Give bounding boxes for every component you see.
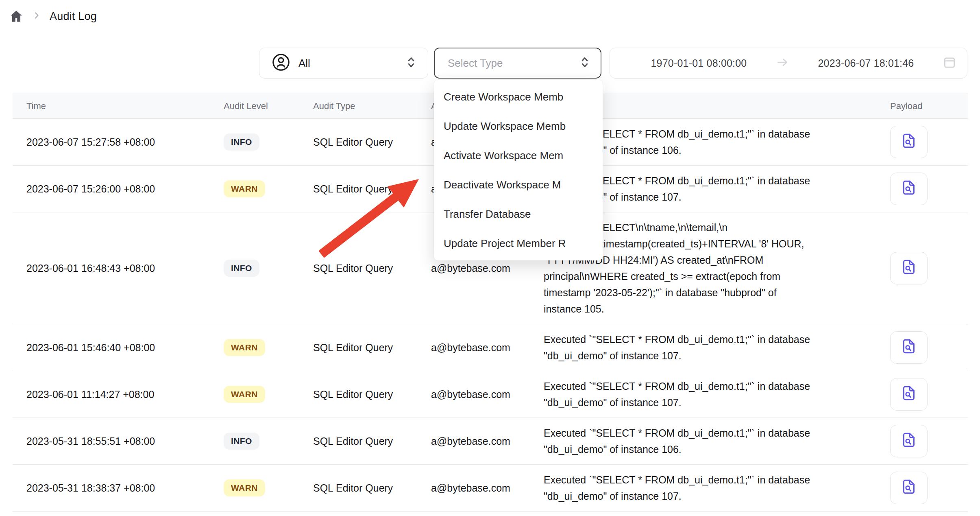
cell-time: 2023-06-01 16:48:43 +08:00 [13, 262, 224, 274]
breadcrumb: Audit Log [9, 9, 97, 24]
cell-actor: a@bytebase.com [431, 435, 544, 447]
col-header-type: Audit Type [313, 101, 431, 112]
user-circle-icon [272, 53, 290, 73]
comment-line: Executed `"SELECT * FROM db_ui_demo.t1;"… [544, 331, 861, 348]
comment-line: "db_ui_demo" of instance 107. [544, 488, 861, 504]
cell-comment: Executed `"SELECT * FROM db_ui_demo.t1;"… [544, 371, 878, 418]
cell-time: 2023-06-01 11:14:27 +08:00 [13, 389, 224, 400]
audit-level-badge: WARN [224, 180, 265, 197]
file-search-icon [900, 477, 918, 499]
cell-actor: a@bytebase.com [431, 482, 544, 494]
type-filter-placeholder: Select Type [448, 57, 503, 70]
comment-line: "db_ui_demo" of instance 107. [544, 348, 861, 364]
cell-audit-level: WARN [224, 339, 313, 356]
type-option[interactable]: Activate Workspace Mem [434, 141, 603, 170]
cell-comment: Executed `"SELECT * FROM db_ui_demo.t1;"… [544, 418, 878, 464]
cell-payload [878, 173, 968, 205]
table-row: 2023-06-01 11:14:27 +08:00WARNSQL Editor… [13, 371, 968, 418]
table-row: 2023-05-31 18:38:37 +08:00WARNSQL Editor… [13, 465, 968, 512]
cell-audit-type: SQL Editor Query [313, 183, 431, 195]
payload-button[interactable] [890, 425, 928, 457]
date-range-end[interactable]: 2023-06-07 18:01:46 [789, 57, 943, 69]
comment-line: "db_ui_demo" of instance 106. [544, 441, 861, 457]
comment-line: Executed `"SELECT * FROM db_ui_demo.t1;"… [544, 425, 861, 441]
cell-audit-type: SQL Editor Query [313, 342, 431, 354]
payload-button[interactable] [890, 252, 928, 284]
home-icon[interactable] [9, 9, 24, 24]
comment-line: instance 105. [544, 301, 861, 317]
cell-payload [878, 252, 968, 284]
col-header-payload: Payload [878, 101, 968, 112]
date-range-picker[interactable]: 1970-01-01 08:00:00 2023-06-07 18:01:46 [610, 48, 967, 79]
audit-level-badge: WARN [224, 386, 265, 403]
actor-filter-select[interactable]: All [259, 48, 428, 79]
cell-audit-level: WARN [224, 479, 313, 496]
audit-level-badge: INFO [224, 133, 259, 151]
file-search-icon [900, 431, 918, 452]
type-filter-select[interactable]: Select Type [434, 48, 601, 79]
cell-audit-level: INFO [224, 433, 313, 450]
file-search-icon [900, 178, 918, 199]
cell-audit-type: SQL Editor Query [313, 389, 431, 400]
audit-level-badge: INFO [224, 433, 259, 450]
cell-audit-type: SQL Editor Query [313, 262, 431, 274]
date-range-start[interactable]: 1970-01-01 08:00:00 [622, 57, 775, 69]
cell-audit-level: INFO [224, 260, 313, 277]
file-search-icon [900, 258, 918, 279]
type-filter-dropdown: Create Workspace MembUpdate Workspace Me… [434, 80, 603, 260]
select-arrows-icon [578, 54, 592, 72]
cell-audit-type: SQL Editor Query [313, 136, 431, 148]
cell-actor: a@bytebase.com [431, 389, 544, 400]
file-search-icon [900, 384, 918, 405]
comment-line: Executed `"SELECT * FROM db_ui_demo.t1;"… [544, 378, 861, 394]
type-option[interactable]: Deactivate Workspace M [434, 170, 603, 199]
payload-button[interactable] [890, 472, 928, 504]
cell-time: 2023-06-01 15:46:40 +08:00 [13, 342, 224, 354]
chevron-right-icon [32, 11, 41, 22]
table-row: 2023-06-01 15:46:40 +08:00WARNSQL Editor… [13, 324, 968, 371]
cell-payload [878, 126, 968, 158]
cell-time: 2023-05-31 18:55:51 +08:00 [13, 435, 224, 447]
page-title: Audit Log [50, 10, 97, 23]
actor-filter-value: All [298, 57, 310, 70]
type-option[interactable]: Create Workspace Memb [434, 82, 603, 112]
cell-time: 2023-06-07 15:27:58 +08:00 [13, 136, 224, 148]
cell-comment: Executed `"SELECT * FROM db_ui_demo.t1;"… [544, 465, 878, 511]
audit-log-page: Audit Log All Select Type [0, 0, 980, 516]
arrow-right-icon [775, 55, 789, 71]
cell-audit-type: SQL Editor Query [313, 435, 431, 447]
cell-audit-type: SQL Editor Query [313, 482, 431, 494]
audit-level-badge: INFO [224, 260, 259, 277]
calendar-icon [943, 55, 956, 71]
file-search-icon [900, 131, 918, 153]
type-option[interactable]: Transfer Database [434, 199, 603, 229]
cell-comment: Executed `"SELECT * FROM db_ui_demo.t1;"… [544, 324, 878, 371]
comment-line: timestamp '2023-05-22');"` in database "… [544, 284, 861, 301]
cell-actor: a@bytebase.com [431, 262, 544, 274]
cell-payload [878, 378, 968, 411]
file-search-icon [900, 337, 918, 358]
audit-level-badge: WARN [224, 339, 265, 356]
payload-button[interactable] [890, 378, 928, 411]
comment-line: principal\nWHERE created_ts >= extract(e… [544, 268, 861, 284]
cell-payload [878, 331, 968, 364]
cell-audit-level: INFO [224, 133, 313, 151]
col-header-time: Time [13, 101, 224, 112]
table-row: 2023-05-31 18:55:51 +08:00INFOSQL Editor… [13, 418, 968, 465]
type-option[interactable]: Update Project Member R [434, 229, 603, 258]
payload-button[interactable] [890, 173, 928, 205]
cell-time: 2023-05-31 18:38:37 +08:00 [13, 482, 224, 494]
cell-audit-level: WARN [224, 386, 313, 403]
payload-button[interactable] [890, 331, 928, 364]
comment-line: Executed `"SELECT * FROM db_ui_demo.t1;"… [544, 472, 861, 488]
select-arrows-icon [404, 54, 418, 72]
cell-payload [878, 425, 968, 457]
cell-payload [878, 472, 968, 504]
comment-line: "db_ui_demo" of instance 107. [544, 394, 861, 411]
payload-button[interactable] [890, 126, 928, 158]
filter-bar: All Select Type 1970-01-01 08:00:00 [259, 48, 967, 79]
cell-time: 2023-06-07 15:26:00 +08:00 [13, 183, 224, 195]
audit-level-badge: WARN [224, 479, 265, 496]
type-option[interactable]: Update Workspace Memb [434, 112, 603, 141]
col-header-level: Audit Level [224, 101, 313, 112]
